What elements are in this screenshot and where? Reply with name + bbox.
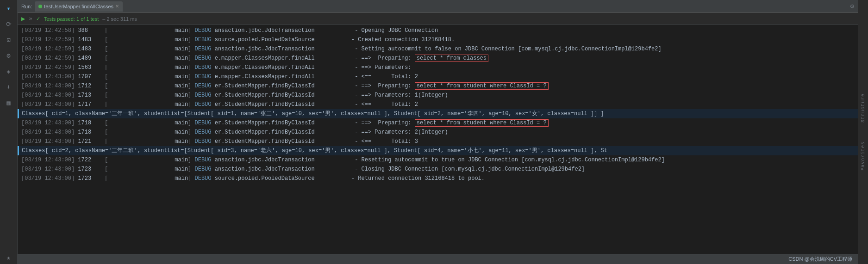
log-text: [03/19 12:43:00] 1721 [ main] DEBUG er.S… [21, 137, 418, 146]
sidebar-right-favorites[interactable]: Favorites [861, 141, 866, 171]
log-text: [03/19 12:43:00] 1717 [ main] DEBUG er.S… [21, 100, 418, 109]
log-text: [03/19 12:42:59] 1489 [ main] DEBUG e.ma… [21, 54, 488, 62]
sidebar-right: Structure Favorites [858, 0, 868, 264]
log-text: [03/19 12:42:59] 1483 [ main] DEBUG sour… [21, 36, 455, 44]
result-line-2: Classes[ cid=2, className='三年二班', studen… [18, 146, 858, 155]
top-bar: Run: testUserMapper.findAllClasses ✕ ⚙ [18, 0, 858, 13]
run-label: Run: [21, 4, 32, 9]
log-text: [03/19 12:42:59] 1563 [ main] DEBUG e.ma… [21, 63, 412, 72]
result-line-1: Classes[ cid=1, className='三年一班', studen… [18, 109, 858, 118]
log-line: [03/19 12:43:00] 1723 [ main] DEBUG sour… [18, 174, 858, 183]
log-line: [03/19 12:42:59] 1563 [ main] DEBUG e.ma… [18, 63, 858, 72]
log-line: [03/19 12:43:00] 1707 [ main] DEBUG e.ma… [18, 72, 858, 81]
second-bar: ▶ » ✓ Tests passed: 1 of 1 test – 2 sec … [18, 13, 858, 25]
sidebar-icon-camera[interactable]: ⊡ [2, 33, 15, 46]
log-line: [03/19 12:43:00] 1721 [ main] DEBUG er.S… [18, 137, 858, 146]
checkmark-icon: ✓ [36, 16, 40, 22]
log-line: [03/19 12:43:00] 1718 [ main] DEBUG er.S… [18, 128, 858, 137]
log-line: [03/19 12:42:59] 1483 [ main] DEBUG ansa… [18, 44, 858, 54]
log-line: [03/19 12:43:00] 1713 [ main] DEBUG er.S… [18, 91, 858, 100]
log-line: [03/19 12:43:00] 1723 [ main] DEBUG ansa… [18, 165, 858, 174]
double-arrow-icon: » [29, 16, 32, 22]
log-text: [03/19 12:43:00] 1722 [ main] DEBUG ansa… [21, 156, 665, 164]
log-line: [03/19 12:43:00] 1717 [ main] DEBUG er.S… [18, 100, 858, 109]
green-dot-icon [38, 5, 42, 8]
log-text: [03/19 12:42:59] 1483 [ main] DEBUG ansa… [21, 45, 662, 53]
log-line-sql-classes: [03/19 12:42:59] 1489 [ main] DEBUG e.ma… [18, 54, 858, 63]
gear-icon[interactable]: ⚙ [850, 2, 854, 10]
test-pass-text: Tests passed: 1 of 1 test [44, 16, 99, 22]
sidebar-icon-chevron[interactable]: ▾ [2, 2, 15, 15]
tab-label: testUserMapper.findAllClasses [44, 4, 113, 9]
result-data-2: Classes[ cid=2, className='三年二班', studen… [22, 147, 607, 155]
log-text: [03/19 12:43:00] 1723 [ main] DEBUG ansa… [21, 165, 585, 173]
test-time-text: – 2 sec 311 ms [102, 16, 137, 22]
sidebar-icon-pin[interactable]: ◈ [2, 65, 15, 78]
log-line: [03/19 12:43:00] 1722 [ main] DEBUG ansa… [18, 155, 858, 165]
sql-highlight-student1: select * from student where ClassId = ? [415, 82, 549, 90]
result-data-1: Classes[ cid=1, className='三年一班', studen… [22, 110, 604, 118]
log-text: [03/19 12:43:00] 1718 [ main] DEBUG er.S… [21, 128, 448, 136]
sidebar-icon-star[interactable]: ★ [2, 251, 15, 264]
sidebar-icon-refresh[interactable]: ⟳ [2, 18, 15, 31]
log-text: [03/19 12:43:00] 1707 [ main] DEBUG e.ma… [21, 73, 418, 81]
log-area[interactable]: [03/19 12:42:58] 388 [ main] DEBUG ansac… [18, 25, 858, 254]
sql-highlight-student2: select * from student where ClassId = ? [415, 119, 549, 127]
sidebar-icon-settings[interactable]: ⚙ [2, 49, 15, 62]
sidebar-left: ▾ ⟳ ⊡ ⚙ ◈ ⬇ ▦ ★ [0, 0, 18, 264]
play-button[interactable]: ▶ [21, 15, 25, 23]
log-line: [03/19 12:42:58] 388 [ main] DEBUG ansac… [18, 26, 858, 35]
bottom-bar: CSDN @会洗碗的CV工程师 [18, 254, 858, 264]
log-line-sql-student2: [03/19 12:43:00] 1718 [ main] DEBUG er.S… [18, 118, 858, 128]
run-tab[interactable]: testUserMapper.findAllClasses ✕ [35, 1, 123, 12]
log-line-sql-student1: [03/19 12:43:00] 1712 [ main] DEBUG er.S… [18, 81, 858, 91]
main-panel: Run: testUserMapper.findAllClasses ✕ ⚙ ▶… [18, 0, 858, 264]
tab-close-icon[interactable]: ✕ [115, 4, 119, 9]
sql-highlight-classes: select * from classes [415, 55, 488, 62]
sidebar-icon-grid[interactable]: ▦ [2, 96, 15, 109]
log-text: [03/19 12:43:00] 1718 [ main] DEBUG er.S… [21, 119, 549, 127]
sidebar-right-structure[interactable]: Structure [861, 93, 866, 123]
log-line: [03/19 12:42:59] 1483 [ main] DEBUG sour… [18, 35, 858, 44]
log-text: [03/19 12:43:00] 1713 [ main] DEBUG er.S… [21, 91, 448, 99]
log-text: [03/19 12:42:58] 388 [ main] DEBUG ansac… [21, 26, 438, 35]
bottom-bar-text: CSDN @会洗碗的CV工程师 [788, 256, 852, 263]
sidebar-icon-download[interactable]: ⬇ [2, 80, 15, 93]
log-text: [03/19 12:43:00] 1723 [ main] DEBUG sour… [21, 174, 485, 183]
log-text: [03/19 12:43:00] 1712 [ main] DEBUG er.S… [21, 82, 549, 90]
